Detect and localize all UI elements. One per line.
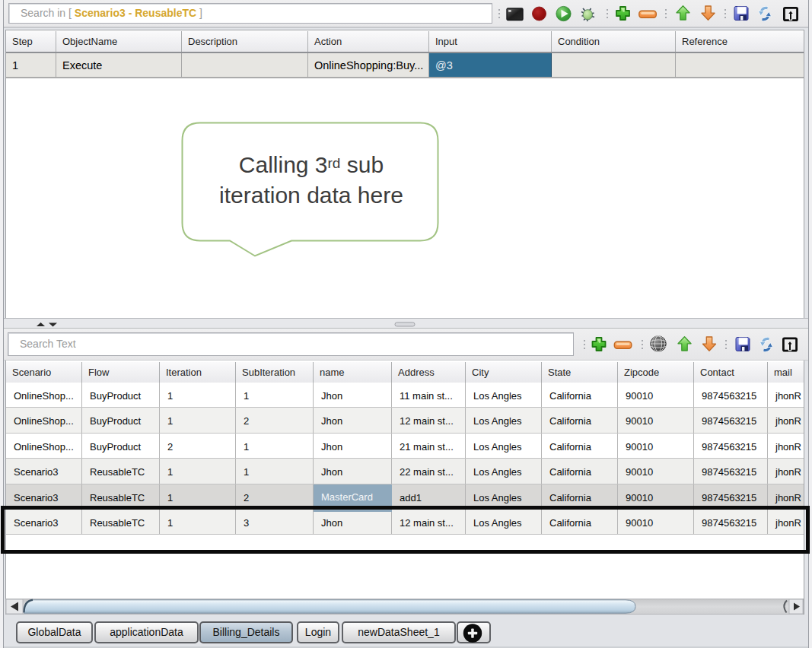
svg-text:Calling 3rd sub: Calling 3rd sub [239,152,384,177]
svg-text:iteration data here: iteration data here [219,183,403,208]
